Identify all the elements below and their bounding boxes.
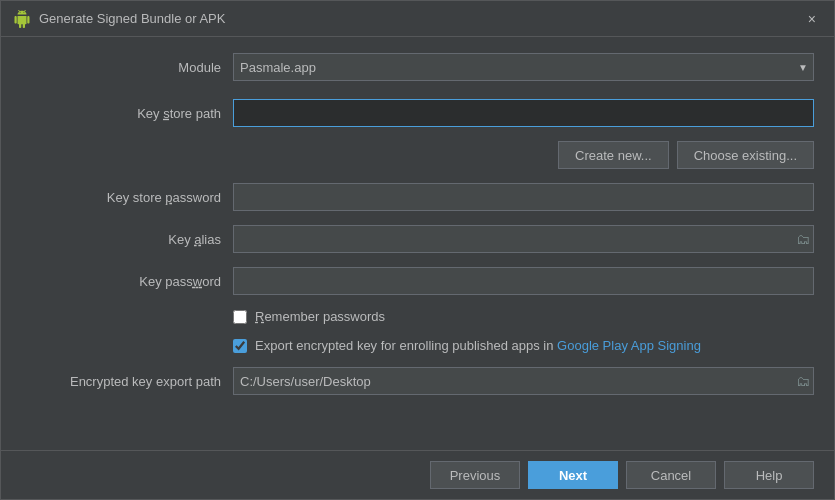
remember-passwords-label: Remember passwords <box>255 309 385 324</box>
encrypted-key-export-path-row: Encrypted key export path 🗂 <box>21 367 814 395</box>
choose-existing-button[interactable]: Choose existing... <box>677 141 814 169</box>
create-new-button[interactable]: Create new... <box>558 141 669 169</box>
android-icon <box>13 10 31 28</box>
create-choose-buttons-row: Create new... Choose existing... <box>233 141 814 169</box>
key-password-label: Key password <box>21 274 221 289</box>
dialog-title: Generate Signed Bundle or APK <box>39 11 225 26</box>
key-alias-label: Key alias <box>21 232 221 247</box>
module-label: Module <box>21 60 221 75</box>
title-bar-left: Generate Signed Bundle or APK <box>13 10 225 28</box>
key-store-path-input[interactable] <box>233 99 814 127</box>
google-play-signing-link[interactable]: Google Play App Signing <box>557 338 701 353</box>
key-alias-input-wrapper: 🗂 <box>233 225 814 253</box>
generate-signed-dialog: Generate Signed Bundle or APK × Module P… <box>0 0 835 500</box>
previous-button[interactable]: Previous <box>430 461 520 489</box>
module-select-wrapper: Pasmale.app ▼ <box>233 53 814 81</box>
key-alias-input[interactable] <box>233 225 814 253</box>
key-password-row: Key password <box>21 267 814 295</box>
key-store-password-label: Key store password <box>21 190 221 205</box>
encrypted-key-export-path-input[interactable] <box>233 367 814 395</box>
next-button[interactable]: Next <box>528 461 618 489</box>
encrypted-key-export-path-input-wrapper: 🗂 <box>233 367 814 395</box>
cancel-button[interactable]: Cancel <box>626 461 716 489</box>
footer: Previous Next Cancel Help <box>1 450 834 499</box>
help-button[interactable]: Help <box>724 461 814 489</box>
encrypted-key-export-folder-button[interactable]: 🗂 <box>796 374 810 388</box>
remember-passwords-checkbox[interactable] <box>233 310 247 324</box>
dialog-content: Module Pasmale.app ▼ Key store path Crea… <box>1 37 834 450</box>
remember-passwords-row: Remember passwords <box>233 309 814 324</box>
key-store-password-input[interactable] <box>233 183 814 211</box>
export-encrypted-checkbox[interactable] <box>233 339 247 353</box>
module-row: Module Pasmale.app ▼ <box>21 53 814 81</box>
module-select[interactable]: Pasmale.app <box>233 53 814 81</box>
key-store-password-row: Key store password <box>21 183 814 211</box>
key-store-path-row: Key store path <box>21 99 814 127</box>
encrypted-key-export-path-label: Encrypted key export path <box>21 374 221 389</box>
key-alias-folder-button[interactable]: 🗂 <box>796 232 810 246</box>
title-bar: Generate Signed Bundle or APK × <box>1 1 834 37</box>
export-encrypted-row: Export encrypted key for enrolling publi… <box>233 338 814 353</box>
key-alias-row: Key alias 🗂 <box>21 225 814 253</box>
key-store-path-label: Key store path <box>21 106 221 121</box>
export-encrypted-label: Export encrypted key for enrolling publi… <box>255 338 701 353</box>
key-password-input[interactable] <box>233 267 814 295</box>
close-button[interactable]: × <box>802 10 822 28</box>
